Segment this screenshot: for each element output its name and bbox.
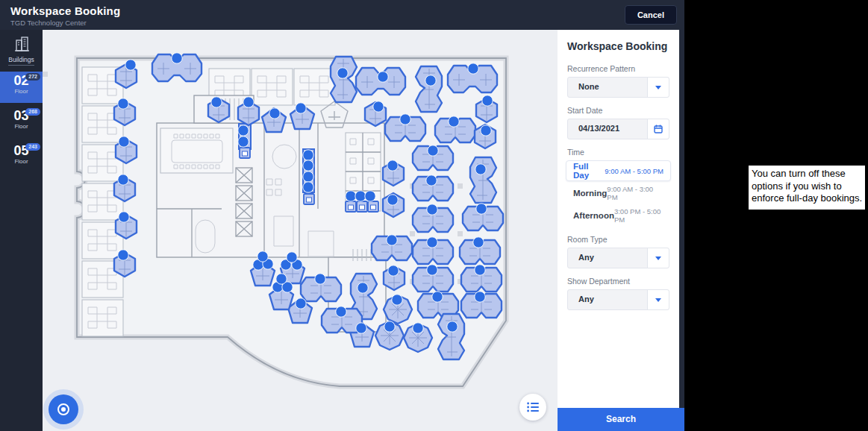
recurrence-select[interactable]: None	[567, 77, 669, 98]
availability-marker[interactable]	[373, 101, 384, 112]
sidebar-buildings[interactable]: Buildings	[0, 30, 43, 66]
booth-seat[interactable]	[240, 148, 250, 158]
availability-marker[interactable]	[303, 182, 313, 192]
availability-marker[interactable]	[315, 274, 325, 284]
availability-marker[interactable]	[400, 114, 410, 125]
start-date-input[interactable]: 04/13/2021	[567, 119, 669, 139]
recurrence-label: Recurrence Pattern	[567, 64, 669, 73]
room-type-label: Room Type	[567, 235, 669, 244]
availability-marker[interactable]	[118, 250, 128, 260]
time-label: Time	[567, 148, 669, 157]
start-date-label: Start Date	[567, 106, 669, 115]
availability-marker[interactable]	[172, 53, 182, 63]
availability-marker[interactable]	[475, 265, 485, 275]
availability-marker[interactable]	[238, 125, 249, 136]
buildings-label: Buildings	[8, 56, 34, 66]
availability-marker[interactable]	[447, 321, 458, 332]
floor-item-03[interactable]: 268 03 Floor	[0, 107, 43, 138]
booth-seat[interactable]	[357, 201, 367, 212]
availability-marker[interactable]	[365, 191, 375, 201]
availability-marker[interactable]	[476, 204, 487, 214]
availability-marker[interactable]	[211, 97, 222, 107]
availability-marker[interactable]	[269, 108, 280, 119]
booking-panel: Workspace Booking Recurrence Pattern Non…	[558, 30, 679, 408]
buildings-icon	[13, 37, 30, 51]
recurrence-dropdown-button[interactable]	[647, 78, 669, 97]
floorplan-canvas[interactable]	[43, 30, 558, 431]
availability-marker[interactable]	[119, 136, 129, 147]
room-type-dropdown-button[interactable]	[647, 248, 669, 268]
availability-marker[interactable]	[355, 191, 366, 201]
availability-marker[interactable]	[118, 98, 128, 109]
availability-marker[interactable]	[119, 212, 129, 222]
availability-marker[interactable]	[118, 174, 128, 185]
availability-marker[interactable]	[387, 195, 398, 205]
booth-seat[interactable]	[346, 201, 356, 212]
panel-scrollbar[interactable]	[679, 30, 684, 408]
room-type-select[interactable]: Any	[567, 248, 669, 268]
availability-marker[interactable]	[388, 265, 399, 276]
cancel-button[interactable]: Cancel	[625, 5, 677, 25]
availability-marker[interactable]	[475, 292, 485, 302]
calendar-picker-button[interactable]	[647, 119, 669, 139]
availability-marker[interactable]	[337, 68, 348, 78]
list-icon	[527, 402, 539, 412]
list-view-button[interactable]	[519, 394, 546, 421]
availability-marker[interactable]	[392, 295, 402, 305]
availability-marker[interactable]	[384, 321, 395, 332]
availability-marker[interactable]	[287, 252, 297, 262]
availability-marker[interactable]	[449, 116, 459, 127]
floor-item-02[interactable]: 272 02 Floor	[0, 72, 43, 103]
room-type-value: Any	[568, 248, 647, 268]
availability-marker[interactable]	[425, 75, 436, 86]
show-department-select[interactable]: Any	[567, 289, 669, 310]
availability-marker[interactable]	[468, 63, 478, 74]
availability-marker[interactable]	[426, 175, 437, 186]
availability-marker[interactable]	[296, 103, 306, 113]
floor-availability-badge: 272	[25, 73, 40, 81]
availability-marker[interactable]	[243, 97, 254, 107]
availability-marker[interactable]	[481, 125, 491, 136]
floor-sidebar: Buildings 272 02 Floor 268 03 Floor 243 …	[0, 30, 43, 431]
availability-marker[interactable]	[357, 283, 368, 293]
availability-marker[interactable]	[427, 265, 437, 275]
availability-marker[interactable]	[475, 164, 486, 174]
availability-marker[interactable]	[413, 323, 423, 333]
app-header: Workspace Booking TGD Technology Center …	[0, 0, 684, 30]
availability-marker[interactable]	[125, 60, 136, 70]
time-option-full-day[interactable]: Full Day 9:00 AM - 5:00 PM	[566, 160, 671, 181]
availability-marker[interactable]	[336, 306, 346, 317]
time-option-morning[interactable]: Morning 9:00 AM - 3:00 PM	[566, 183, 671, 204]
availability-marker[interactable]	[427, 204, 437, 215]
availability-marker[interactable]	[303, 150, 313, 160]
availability-marker[interactable]	[238, 136, 249, 147]
availability-marker[interactable]	[303, 160, 313, 171]
show-department-value: Any	[568, 290, 647, 309]
show-department-dropdown-button[interactable]	[647, 290, 669, 309]
search-button[interactable]: Search	[558, 408, 684, 431]
availability-marker[interactable]	[303, 172, 313, 182]
availability-marker[interactable]	[387, 235, 397, 245]
availability-marker[interactable]	[387, 160, 398, 171]
availability-marker[interactable]	[356, 323, 366, 333]
locate-me-button[interactable]	[49, 394, 78, 424]
time-option-afternoon[interactable]: Afternoon 3:00 PM - 5:00 PM	[566, 205, 671, 226]
availability-marker[interactable]	[378, 72, 388, 82]
availability-marker[interactable]	[276, 274, 287, 284]
availability-marker[interactable]	[473, 237, 484, 248]
availability-marker[interactable]	[482, 95, 493, 106]
availability-marker[interactable]	[432, 292, 443, 302]
panel-title: Workspace Booking	[567, 40, 669, 52]
availability-marker[interactable]	[296, 298, 306, 309]
availability-marker[interactable]	[428, 145, 438, 156]
availability-marker[interactable]	[257, 251, 268, 262]
floor-label: Floor	[0, 158, 43, 165]
floor-label: Floor	[0, 88, 43, 95]
booth-seat[interactable]	[304, 194, 314, 204]
availability-marker[interactable]	[346, 191, 356, 201]
floor-availability-badge: 243	[25, 143, 40, 151]
floor-item-05[interactable]: 243 05 Floor	[0, 142, 43, 173]
availability-marker[interactable]	[427, 237, 437, 248]
floor-label: Floor	[0, 123, 43, 130]
booth-seat[interactable]	[368, 201, 378, 212]
